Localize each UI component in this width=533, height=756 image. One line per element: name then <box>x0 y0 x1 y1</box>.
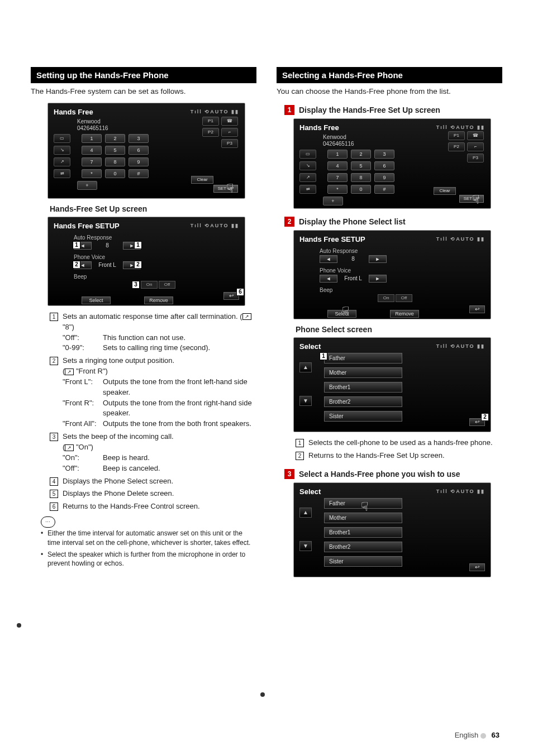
prev[interactable]: ◄ <box>320 275 337 283</box>
auto-response-value: 8 <box>340 256 367 262</box>
remove-button[interactable]: Remove <box>144 296 173 304</box>
key-8[interactable]: 8 <box>351 173 371 182</box>
scroll-up-button[interactable]: ▲ <box>299 508 312 518</box>
return-button[interactable]: ↩2 <box>469 418 485 426</box>
in-icon[interactable]: ↘ <box>54 146 70 155</box>
setup-button[interactable]: SET UP <box>213 185 238 193</box>
beep-on[interactable]: On <box>378 294 394 302</box>
key-0[interactable]: 0 <box>351 185 371 194</box>
phone-item-father[interactable]: Father <box>324 353 402 363</box>
key-6[interactable]: 6 <box>374 161 394 170</box>
key-plus[interactable]: + <box>323 197 343 205</box>
key-3[interactable]: 3 <box>374 150 394 159</box>
phone-item-sister[interactable]: Sister <box>324 556 402 567</box>
preset-p3[interactable]: P3 <box>467 154 484 162</box>
hangup-icon[interactable]: ⌐ <box>467 142 484 151</box>
phone-item-brother2[interactable]: Brother2 <box>324 542 402 552</box>
key-7[interactable]: 7 <box>82 157 102 166</box>
remove-button[interactable]: Remove <box>390 310 419 318</box>
item1-sub1-desc: This function can not use. <box>103 333 185 343</box>
beep-off[interactable]: Off <box>159 281 175 289</box>
return-button[interactable]: ↩ <box>469 563 485 571</box>
item3-setting: "On") <box>76 443 93 451</box>
return-button[interactable]: ↩ <box>469 305 485 313</box>
key-9[interactable]: 9 <box>129 157 149 166</box>
ss2r-title: Hands Free SETUP <box>299 235 365 243</box>
phone-icon[interactable]: ☎ <box>221 117 238 126</box>
phone-voice-prev[interactable]: ◄2 <box>74 261 92 269</box>
ps-item2: Returns to the Hands-Free Set Up screen. <box>308 451 502 461</box>
clear-button[interactable]: Clear <box>191 176 213 184</box>
out-icon[interactable]: ↗ <box>299 173 316 182</box>
key-0[interactable]: 0 <box>105 169 125 178</box>
phone-item-sister[interactable]: Sister <box>324 411 402 422</box>
preset-p1[interactable]: P1 <box>202 117 219 126</box>
scroll-down-button[interactable]: ▼ <box>299 541 312 551</box>
item4-text: Displays the Phone Select screen. <box>63 476 256 487</box>
swap-icon[interactable]: ⇄ <box>299 185 316 194</box>
scroll-up-button[interactable]: ▲ <box>299 362 312 372</box>
in-icon[interactable]: ↘ <box>299 161 316 170</box>
key-7[interactable]: 7 <box>327 173 348 182</box>
key-2[interactable]: 2 <box>351 150 371 159</box>
margin-dot <box>260 692 265 697</box>
phone-item-mother[interactable]: Mother <box>324 367 402 378</box>
key-4[interactable]: 4 <box>327 161 348 170</box>
item2-sub3-label: "Front All": <box>63 419 99 429</box>
item1-sub2-label: "0-99": <box>63 343 99 353</box>
prev[interactable]: ◄ <box>320 255 337 263</box>
step-1-badge: 1 <box>284 105 294 115</box>
key-3[interactable]: 3 <box>129 134 149 143</box>
select-title: Select <box>299 342 321 351</box>
preset-p3[interactable]: P3 <box>221 139 238 148</box>
key-1[interactable]: 1 <box>327 150 348 159</box>
phone-voice-next[interactable]: ►2 <box>123 261 141 269</box>
swap-icon[interactable]: ⇄ <box>54 169 70 178</box>
next[interactable]: ► <box>369 275 387 283</box>
next[interactable]: ► <box>369 255 387 263</box>
callout-2: 2 <box>296 452 304 460</box>
status-icons: Tıll ⟲AUTO ▮▮ <box>436 489 485 494</box>
phone-icon[interactable]: ☎ <box>467 131 484 140</box>
preset-p1[interactable]: P1 <box>448 131 465 140</box>
footer-page: 63 <box>492 731 499 739</box>
key-hash[interactable]: # <box>129 169 149 178</box>
out-icon[interactable]: ↗ <box>54 157 70 166</box>
preset-p2[interactable]: P2 <box>202 128 219 137</box>
setup-button[interactable]: SET UP <box>459 195 484 203</box>
beep-label: Beep <box>74 274 239 280</box>
select-button[interactable]: Select <box>82 296 111 304</box>
hangup-icon[interactable]: ⌐ <box>221 128 238 137</box>
clear-button[interactable]: Clear <box>434 187 456 195</box>
auto-response-prev[interactable]: ◄1 <box>74 242 92 250</box>
scroll-down-button[interactable]: ▼ <box>299 396 312 406</box>
key-star[interactable]: * <box>327 185 348 194</box>
phone-voice-value: Front L <box>94 262 121 268</box>
preset-p2[interactable]: P2 <box>448 142 465 151</box>
phone-item-brother2[interactable]: Brother2 <box>324 396 402 407</box>
key-hash[interactable]: # <box>374 185 394 194</box>
auto-response-next[interactable]: ►1 <box>123 242 141 250</box>
phone-item-brother1[interactable]: Brother1 <box>324 382 402 393</box>
item1-sub2-desc: Sets to calling ring time (second). <box>103 343 210 353</box>
key-6[interactable]: 6 <box>129 146 149 155</box>
return-button[interactable]: ↩6 <box>223 292 239 300</box>
key-plus[interactable]: + <box>77 181 97 190</box>
beep-off[interactable]: Off <box>396 294 412 302</box>
book-icon[interactable]: ▭ <box>54 134 70 143</box>
key-4[interactable]: 4 <box>82 146 102 155</box>
beep-on[interactable]: On <box>141 281 158 289</box>
key-1[interactable]: 1 <box>82 134 102 143</box>
key-2[interactable]: 2 <box>105 134 125 143</box>
book-icon[interactable]: ▭ <box>299 150 316 159</box>
item2-sub1-label: "Front L": <box>63 377 99 398</box>
key-8[interactable]: 8 <box>105 157 125 166</box>
phone-item-brother1[interactable]: Brother1 <box>324 527 402 538</box>
item3-sub2-label: "Off": <box>63 463 99 474</box>
ss1-title: Hands Free <box>54 108 93 116</box>
key-9[interactable]: 9 <box>374 173 394 182</box>
key-star[interactable]: * <box>82 169 102 178</box>
key-5[interactable]: 5 <box>351 161 371 170</box>
key-5[interactable]: 5 <box>105 146 125 155</box>
screenshot-step2: Hands Free SETUP Tıll ⟲AUTO ▮▮ Auto Resp… <box>293 230 491 319</box>
